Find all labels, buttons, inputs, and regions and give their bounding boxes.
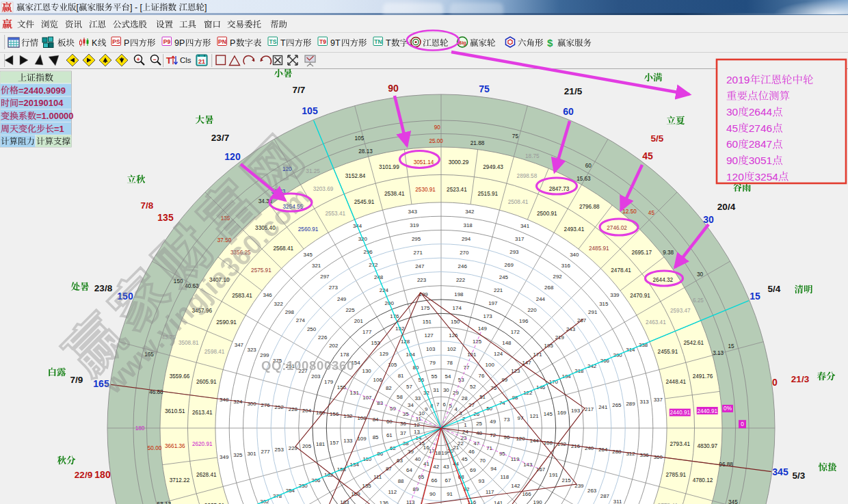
svg-text:7/9: 7/9 (70, 375, 83, 385)
svg-text:2530.91: 2530.91 (415, 187, 436, 193)
svg-text:190: 190 (533, 499, 543, 504)
svg-text:49: 49 (490, 419, 496, 425)
svg-text:157: 157 (330, 440, 339, 446)
svg-text:269: 269 (505, 262, 514, 268)
svg-text:78: 78 (447, 360, 453, 366)
svg-text:142: 142 (511, 483, 520, 489)
svg-text:318: 318 (464, 222, 473, 228)
svg-text:202: 202 (329, 343, 338, 349)
svg-text:289: 289 (626, 401, 635, 407)
svg-text:9.38: 9.38 (663, 250, 674, 256)
svg-text:4780.12: 4780.12 (693, 477, 713, 483)
svg-text:339: 339 (610, 292, 620, 298)
svg-text:120: 120 (726, 171, 744, 183)
svg-text:30: 30 (443, 387, 449, 393)
svg-text:37: 37 (400, 430, 406, 436)
svg-text:117: 117 (486, 489, 494, 495)
svg-text:1: 1 (464, 422, 466, 428)
svg-text:2793.41: 2793.41 (670, 441, 690, 447)
svg-text:61: 61 (386, 432, 393, 438)
svg-text:244: 244 (536, 296, 546, 302)
svg-text:2440.91: 2440.91 (670, 410, 690, 416)
svg-text:67: 67 (445, 477, 451, 483)
svg-text:226: 226 (318, 334, 328, 341)
svg-text:82: 82 (386, 385, 392, 391)
svg-text:70: 70 (479, 457, 486, 464)
svg-text:265: 265 (612, 402, 622, 408)
svg-text:349: 349 (220, 454, 229, 460)
svg-text:277: 277 (261, 449, 270, 455)
svg-text:6: 6 (443, 401, 447, 408)
svg-text:22: 22 (458, 440, 464, 447)
svg-text:25: 25 (476, 421, 482, 427)
svg-text:316: 316 (561, 263, 571, 269)
svg-text:5/5: 5/5 (651, 133, 664, 144)
svg-text:=20190104: =20190104 (18, 98, 64, 108)
svg-text:=2440.9099: =2440.9099 (18, 85, 66, 96)
svg-text:2575.91: 2575.91 (251, 267, 271, 274)
svg-text:130: 130 (362, 368, 372, 374)
svg-text:30: 30 (697, 271, 704, 278)
svg-text:29: 29 (453, 390, 459, 396)
svg-text:66: 66 (432, 477, 438, 483)
svg-text:+: + (136, 56, 140, 63)
svg-text:52: 52 (470, 384, 476, 390)
svg-text:=1: =1 (54, 124, 64, 134)
svg-text:65: 65 (418, 474, 424, 480)
svg-text:46: 46 (468, 449, 475, 455)
svg-text:3101.99: 3101.99 (379, 164, 399, 170)
svg-text:298: 298 (285, 309, 295, 315)
svg-text:73: 73 (504, 416, 510, 423)
svg-text:317: 317 (515, 236, 524, 242)
svg-text:42: 42 (433, 464, 439, 470)
svg-text:69: 69 (470, 467, 476, 473)
svg-text:75: 75 (512, 133, 519, 140)
svg-text:2440.91: 2440.91 (697, 408, 717, 414)
svg-text:9T: 9T (330, 38, 341, 48)
svg-text:28.13: 28.13 (358, 148, 373, 155)
svg-text:221: 221 (494, 287, 503, 293)
svg-text:PS: PS (112, 38, 120, 45)
svg-text:2746.02: 2746.02 (607, 225, 627, 231)
svg-text:2560.91: 2560.91 (298, 226, 319, 233)
svg-text:297: 297 (320, 274, 329, 280)
svg-text:345: 345 (772, 466, 789, 477)
svg-text:215: 215 (562, 477, 572, 483)
svg-text:2628.41: 2628.41 (196, 472, 217, 478)
svg-text:271: 271 (414, 250, 423, 256)
svg-text:57: 57 (406, 384, 412, 390)
svg-text:31.25: 31.25 (306, 168, 320, 174)
svg-text:2620.91: 2620.91 (192, 441, 213, 447)
svg-text:23/8: 23/8 (94, 283, 113, 293)
svg-text:118: 118 (501, 474, 509, 480)
svg-text:43: 43 (443, 464, 449, 470)
svg-text:19: 19 (441, 450, 447, 456)
svg-text:341: 341 (520, 223, 529, 229)
svg-text:3.13: 3.13 (713, 350, 724, 356)
svg-text:315: 315 (599, 301, 609, 307)
svg-text:2785.91: 2785.91 (665, 472, 686, 478)
svg-text:90: 90 (429, 491, 436, 497)
svg-text:127: 127 (425, 332, 434, 339)
svg-text:301: 301 (247, 451, 256, 457)
svg-text:217: 217 (585, 406, 594, 412)
svg-text:325: 325 (233, 452, 243, 458)
svg-text:3508.81: 3508.81 (178, 340, 199, 346)
svg-text:2583.41: 2583.41 (232, 293, 252, 299)
svg-text:241: 241 (598, 404, 607, 410)
svg-text:40: 40 (414, 456, 421, 462)
svg-text:58: 58 (397, 394, 403, 400)
svg-text:47: 47 (473, 440, 479, 447)
svg-text:129: 129 (380, 351, 389, 357)
svg-text:220: 220 (527, 307, 537, 313)
svg-text:=1.00000: =1.00000 (36, 111, 74, 121)
svg-text:−: − (153, 56, 156, 63)
svg-text:75: 75 (479, 83, 490, 94)
svg-text:131: 131 (350, 390, 359, 396)
svg-text:2493.41: 2493.41 (564, 226, 585, 233)
svg-text:55: 55 (432, 373, 438, 380)
svg-text:2508.41: 2508.41 (508, 199, 529, 205)
svg-text:2695.17: 2695.17 (631, 250, 652, 256)
svg-text:166: 166 (522, 491, 531, 497)
svg-text:124: 124 (494, 351, 503, 357)
